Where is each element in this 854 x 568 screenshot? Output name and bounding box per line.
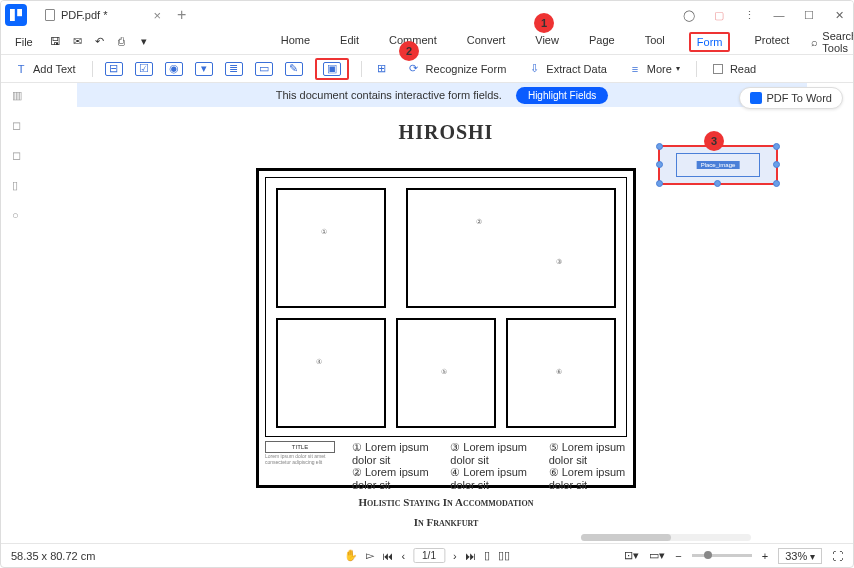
checkbox-field-button[interactable]: ☑	[135, 62, 153, 76]
statusbar: 58.35 x 80.72 cm ✋ ▻ ⏮ ‹ 1/1 › ⏭ ▯ ▯▯ ⊡▾…	[1, 543, 853, 567]
left-sidebar: ▥ ◻ ◻ ▯ ○	[1, 83, 39, 543]
first-page-icon[interactable]: ⏮	[382, 550, 393, 562]
add-text-button[interactable]: TAdd Text	[9, 60, 80, 78]
tab-tool[interactable]: Tool	[639, 32, 671, 52]
tab-protect[interactable]: Protect	[748, 32, 795, 52]
menubar: File 🖫 ✉ ↶ ⎙ ▾ Home Edit Comment Convert…	[1, 29, 853, 55]
bookmarks-icon[interactable]: ◻	[12, 119, 28, 135]
new-tab-button[interactable]: +	[177, 6, 186, 24]
view-mode-icon[interactable]: ▭▾	[649, 549, 665, 562]
zoom-out-icon[interactable]: −	[675, 550, 681, 562]
signature-field-button[interactable]: ✎	[285, 62, 303, 76]
workspace: ▥ ◻ ◻ ▯ ○ This document contains interac…	[1, 83, 853, 543]
zoom-slider[interactable]	[692, 554, 752, 557]
fullscreen-icon[interactable]: ⛶	[832, 550, 843, 562]
document-subtitle-2: In Frankfurt	[236, 516, 656, 528]
page-indicator[interactable]: 1/1	[413, 548, 445, 563]
svg-rect-0	[10, 9, 15, 21]
two-page-icon[interactable]: ▯▯	[498, 549, 510, 562]
ribbon-tabs: Home Edit Comment Convert View Page Tool…	[275, 32, 796, 52]
floorplan-image: ① ② ③ ④ ⑤ ⑥ TITLE Lorem ipsum dolor sit …	[256, 168, 636, 488]
word-icon	[750, 92, 762, 104]
callout-3: 3	[704, 131, 724, 151]
read-checkbox[interactable]: Read	[709, 61, 760, 77]
tab-home[interactable]: Home	[275, 32, 316, 52]
callout-1: 1	[534, 13, 554, 33]
save-icon[interactable]: 🖫	[49, 35, 63, 48]
document-tab[interactable]: PDF.pdf * ×	[35, 3, 171, 27]
quick-access-toolbar: 🖫 ✉ ↶ ⎙ ▾	[49, 35, 151, 48]
recognize-form-button[interactable]: ⟳Recognize Form	[402, 60, 511, 78]
image-form-field[interactable]: Place_image	[658, 145, 778, 185]
extract-data-button[interactable]: ⇩Extract Data	[522, 60, 611, 78]
document-canvas[interactable]: This document contains interactive form …	[39, 83, 853, 543]
form-toolbar: TAdd Text ⊟ ☑ ◉ ▾ ≣ ▭ ✎ ▣ 2 ⊞ ⟳Recognize…	[1, 55, 853, 83]
highlight-fields-button[interactable]: Highlight Fields	[516, 87, 608, 104]
fit-width-icon[interactable]: ⊡▾	[624, 549, 639, 562]
pdf-to-word-button[interactable]: PDF To Word	[739, 87, 843, 109]
kebab-icon[interactable]: ⋮	[739, 5, 759, 25]
select-tool-icon[interactable]: ▻	[366, 549, 374, 562]
next-page-icon[interactable]: ›	[453, 550, 457, 562]
document-subtitle-1: Holistic Staying In Accommodation	[236, 496, 656, 508]
user-icon[interactable]: ◯	[679, 5, 699, 25]
radio-field-button[interactable]: ◉	[165, 62, 183, 76]
button-field-button[interactable]: ▭	[255, 62, 273, 76]
align-button[interactable]: ⊞	[374, 62, 390, 76]
more-icon: ≡	[627, 62, 643, 76]
print-icon[interactable]: ⎙	[115, 35, 129, 48]
tab-convert[interactable]: Convert	[461, 32, 512, 52]
single-page-icon[interactable]: ▯	[484, 549, 490, 562]
search-panel-icon[interactable]: ○	[12, 209, 28, 225]
callout-2: 2	[399, 41, 419, 61]
mail-icon[interactable]: ✉	[71, 35, 85, 48]
document-heading: HIROSHI	[236, 121, 656, 144]
thumbnails-icon[interactable]: ▥	[12, 89, 28, 105]
more-button[interactable]: ≡More▾	[623, 60, 684, 78]
minimize-button[interactable]: —	[769, 5, 789, 25]
notification-icon[interactable]: ▢	[709, 5, 729, 25]
banner-message: This document contains interactive form …	[276, 89, 502, 101]
text-field-button[interactable]: ⊟	[105, 62, 123, 76]
tab-close-icon[interactable]: ×	[153, 8, 161, 23]
tab-view[interactable]: View	[529, 32, 565, 52]
recognize-icon: ⟳	[406, 62, 422, 76]
last-page-icon[interactable]: ⏭	[465, 550, 476, 562]
undo-icon[interactable]: ↶	[93, 35, 107, 48]
tab-page[interactable]: Page	[583, 32, 621, 52]
zoom-value[interactable]: 33% ▾	[778, 548, 822, 564]
qat-dropdown-icon[interactable]: ▾	[137, 35, 151, 48]
close-button[interactable]: ✕	[829, 5, 849, 25]
horizontal-scrollbar[interactable]	[581, 534, 751, 541]
text-icon: T	[13, 62, 29, 76]
listbox-field-button[interactable]: ≣	[225, 62, 243, 76]
tab-edit[interactable]: Edit	[334, 32, 365, 52]
search-icon: ⌕	[811, 36, 818, 48]
document-page: HIROSHI Place_image 3 ① ②	[236, 115, 656, 543]
form-fields-banner: This document contains interactive form …	[77, 83, 807, 107]
prev-page-icon[interactable]: ‹	[401, 550, 405, 562]
extract-icon: ⇩	[526, 62, 542, 76]
search-tools[interactable]: ⌕ Search Tools	[811, 30, 854, 54]
checkbox-icon	[713, 64, 723, 74]
tab-form[interactable]: Form	[689, 32, 731, 52]
image-field-icon: ▣	[323, 62, 341, 76]
image-field-button[interactable]: ▣	[315, 58, 349, 80]
maximize-button[interactable]: ☐	[799, 5, 819, 25]
hand-tool-icon[interactable]: ✋	[344, 549, 358, 562]
zoom-in-icon[interactable]: +	[762, 550, 768, 562]
cursor-coordinates: 58.35 x 80.72 cm	[11, 550, 95, 562]
tab-title: PDF.pdf *	[61, 9, 107, 21]
attachments-icon[interactable]: ▯	[12, 179, 28, 195]
document-icon	[45, 9, 55, 21]
file-menu[interactable]: File	[9, 34, 39, 50]
app-logo	[5, 4, 27, 26]
comments-icon[interactable]: ◻	[12, 149, 28, 165]
svg-rect-1	[17, 9, 22, 16]
titlebar: PDF.pdf * × + ◯ ▢ ⋮ — ☐ ✕	[1, 1, 853, 29]
combobox-field-button[interactable]: ▾	[195, 62, 213, 76]
